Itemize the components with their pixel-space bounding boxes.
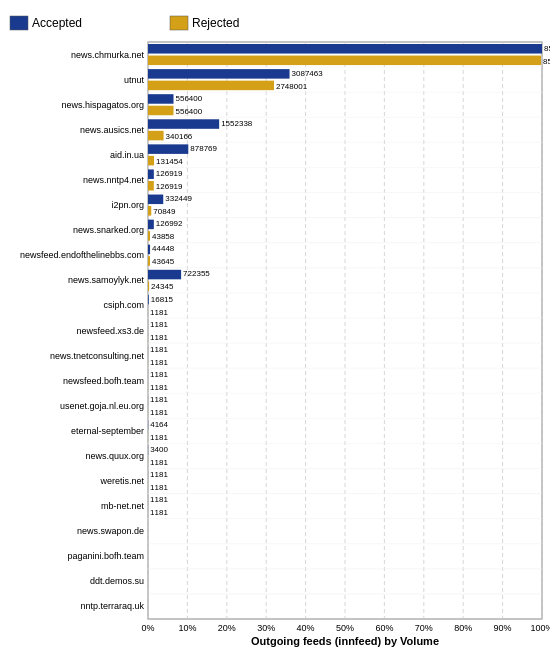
svg-text:131454: 131454 [156, 157, 183, 166]
svg-text:i2pn.org: i2pn.org [111, 200, 144, 210]
svg-text:ddt.demos.su: ddt.demos.su [90, 576, 144, 586]
svg-text:news.nntp4.net: news.nntp4.net [83, 175, 145, 185]
svg-text:Rejected: Rejected [192, 16, 239, 30]
svg-text:0%: 0% [141, 623, 154, 633]
svg-rect-62 [148, 231, 150, 241]
svg-text:newsfeed.xs3.de: newsfeed.xs3.de [76, 326, 144, 336]
svg-text:news.ausics.net: news.ausics.net [80, 125, 145, 135]
svg-text:nntp.terraraq.uk: nntp.terraraq.uk [80, 601, 144, 611]
svg-text:news.samoylyk.net: news.samoylyk.net [68, 275, 145, 285]
svg-text:50%: 50% [336, 623, 354, 633]
svg-rect-20 [148, 56, 541, 66]
svg-text:aid.in.ua: aid.in.ua [110, 150, 144, 160]
svg-text:3400: 3400 [150, 445, 168, 454]
svg-rect-26 [148, 81, 274, 91]
svg-text:24345: 24345 [151, 282, 174, 291]
svg-text:1181: 1181 [150, 308, 168, 317]
svg-rect-78 [148, 295, 149, 305]
svg-rect-36 [148, 119, 219, 129]
svg-rect-24 [148, 69, 290, 79]
svg-rect-60 [148, 220, 154, 230]
svg-text:1181: 1181 [150, 508, 168, 517]
svg-text:news.chmurka.net: news.chmurka.net [71, 50, 145, 60]
svg-text:2748001: 2748001 [276, 82, 308, 91]
svg-text:16815: 16815 [151, 295, 174, 304]
svg-rect-30 [148, 94, 174, 104]
svg-text:340166: 340166 [166, 132, 193, 141]
svg-text:4164: 4164 [150, 420, 168, 429]
svg-text:8572317: 8572317 [543, 57, 550, 66]
svg-text:100%: 100% [530, 623, 550, 633]
svg-rect-54 [148, 195, 163, 205]
svg-rect-66 [148, 245, 150, 255]
svg-text:usenet.goja.nl.eu.org: usenet.goja.nl.eu.org [60, 401, 144, 411]
svg-text:70849: 70849 [153, 207, 176, 216]
svg-text:43645: 43645 [152, 257, 175, 266]
svg-text:1181: 1181 [150, 383, 168, 392]
svg-text:70%: 70% [415, 623, 433, 633]
svg-rect-56 [148, 206, 151, 216]
svg-text:1181: 1181 [150, 495, 168, 504]
svg-text:weretis.net: weretis.net [99, 476, 144, 486]
svg-text:1181: 1181 [150, 483, 168, 492]
svg-text:news.hispagatos.org: news.hispagatos.org [61, 100, 144, 110]
svg-text:556400: 556400 [176, 94, 203, 103]
svg-text:80%: 80% [454, 623, 472, 633]
svg-text:mb-net.net: mb-net.net [101, 501, 145, 511]
svg-text:news.snarked.org: news.snarked.org [73, 225, 144, 235]
svg-text:newsfeed.bofh.team: newsfeed.bofh.team [63, 376, 144, 386]
svg-text:8594370: 8594370 [544, 44, 550, 53]
svg-text:878769: 878769 [190, 144, 217, 153]
svg-rect-50 [148, 181, 154, 191]
svg-rect-1 [10, 16, 28, 30]
svg-rect-18 [148, 44, 542, 54]
svg-text:90%: 90% [494, 623, 512, 633]
svg-text:utnut: utnut [124, 75, 145, 85]
svg-text:1181: 1181 [150, 458, 168, 467]
svg-text:43858: 43858 [152, 232, 175, 241]
svg-text:126992: 126992 [156, 219, 183, 228]
svg-rect-48 [148, 169, 154, 179]
svg-text:news.tnetconsulting.net: news.tnetconsulting.net [50, 351, 145, 361]
svg-text:newsfeed.endofthelinebbs.com: newsfeed.endofthelinebbs.com [20, 250, 144, 260]
svg-text:1181: 1181 [150, 320, 168, 329]
svg-rect-3 [170, 16, 188, 30]
svg-rect-74 [148, 281, 149, 291]
svg-text:1552338: 1552338 [221, 119, 253, 128]
svg-text:1181: 1181 [150, 433, 168, 442]
svg-text:eternal-september: eternal-september [71, 426, 144, 436]
svg-text:news.quux.org: news.quux.org [85, 451, 144, 461]
svg-text:44448: 44448 [152, 244, 175, 253]
svg-text:1181: 1181 [150, 470, 168, 479]
svg-rect-38 [148, 131, 164, 141]
svg-text:126919: 126919 [156, 182, 183, 191]
svg-text:20%: 20% [218, 623, 236, 633]
svg-rect-32 [148, 106, 174, 116]
svg-text:722355: 722355 [183, 269, 210, 278]
svg-rect-68 [148, 256, 150, 266]
svg-text:60%: 60% [375, 623, 393, 633]
svg-rect-42 [148, 144, 188, 154]
svg-text:3087463: 3087463 [292, 69, 324, 78]
svg-text:news.swapon.de: news.swapon.de [77, 526, 144, 536]
svg-text:126919: 126919 [156, 169, 183, 178]
svg-text:1181: 1181 [150, 333, 168, 342]
svg-text:40%: 40% [297, 623, 315, 633]
svg-text:csiph.com: csiph.com [103, 300, 144, 310]
svg-rect-44 [148, 156, 154, 166]
svg-text:10%: 10% [178, 623, 196, 633]
main-chart: AcceptedRejectednews.chmurka.net85943708… [0, 0, 550, 655]
svg-text:1181: 1181 [150, 358, 168, 367]
svg-text:Accepted: Accepted [32, 16, 82, 30]
svg-text:1181: 1181 [150, 408, 168, 417]
svg-text:1181: 1181 [150, 370, 168, 379]
svg-text:Outgoing feeds (innfeed) by Vo: Outgoing feeds (innfeed) by Volume [251, 635, 439, 647]
svg-rect-72 [148, 270, 181, 280]
svg-text:1181: 1181 [150, 345, 168, 354]
svg-text:30%: 30% [257, 623, 275, 633]
svg-text:556400: 556400 [176, 107, 203, 116]
svg-text:paganini.bofh.team: paganini.bofh.team [67, 551, 144, 561]
svg-text:332449: 332449 [165, 194, 192, 203]
svg-text:1181: 1181 [150, 395, 168, 404]
